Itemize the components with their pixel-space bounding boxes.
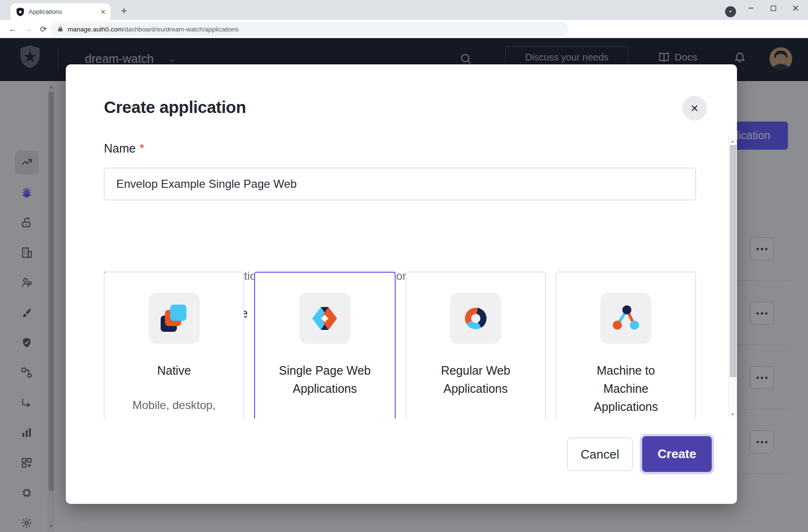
card-single-page-web[interactable]: Single Page Web Applications A JavaScrip… (254, 272, 395, 419)
scroll-up-icon[interactable]: ▲ (729, 139, 736, 143)
maximize-button[interactable] (768, 3, 778, 13)
card-description: A JavaScript (255, 414, 394, 419)
browser-window: Applications ✕ + ← → ⟳ manage.auth0.com/… (0, 0, 808, 532)
forward-button[interactable]: → (22, 23, 34, 35)
tab-search-button[interactable] (725, 6, 736, 17)
browser-toolbar: ← → ⟳ manage.auth0.com/dashboard/eu/drea… (0, 20, 808, 38)
lock-icon (57, 26, 63, 32)
card-title: Single Page Web Applications (255, 361, 394, 398)
card-regular-web[interactable]: Regular Web Applications Traditional web (406, 272, 546, 419)
card-title: Machine to Machine Applications (556, 361, 695, 416)
card-native[interactable]: Native Mobile, desktop, CLI and smart (104, 272, 244, 419)
create-button[interactable]: Create (642, 436, 712, 472)
m2m-icon (600, 293, 651, 344)
cancel-button[interactable]: Cancel (567, 438, 633, 471)
card-description: Traditional web (406, 414, 545, 419)
spa-icon (299, 293, 350, 344)
window-close-button[interactable] (790, 3, 801, 13)
url-domain: manage.auth0.com (68, 26, 123, 33)
url-bar[interactable]: manage.auth0.com/dashboard/eu/dream-watc… (51, 22, 569, 36)
application-name-input[interactable] (104, 168, 696, 200)
auth0-favicon-icon (16, 8, 24, 16)
new-tab-button[interactable]: + (117, 5, 131, 18)
minimize-button[interactable] (746, 3, 756, 13)
chevron-down-icon (728, 10, 733, 14)
name-field-label: Name* (104, 142, 144, 155)
card-machine-to-machine[interactable]: Machine to Machine Applications (556, 272, 696, 419)
modal-scrollbar[interactable]: ▲ ▼ (728, 137, 737, 419)
tab-title: Applications (29, 8, 100, 15)
tab-bar: Applications ✕ + (0, 0, 808, 20)
page-viewport: dream-watch Discuss your needs Docs (0, 38, 808, 532)
required-asterisk: * (140, 142, 144, 155)
card-title: Regular Web Applications (406, 361, 545, 398)
native-stack-icon (149, 293, 200, 344)
application-type-cards: Native Mobile, desktop, CLI and smart Si… (104, 272, 696, 419)
modal-scroll-area: Name* You can change the application nam… (66, 64, 728, 419)
url-path: /dashboard/eu/dream-watch/applications (123, 26, 239, 33)
card-title: Native (104, 361, 244, 379)
back-button[interactable]: ← (7, 23, 19, 35)
regular-web-icon (450, 293, 501, 344)
scroll-down-icon[interactable]: ▼ (729, 412, 736, 417)
reload-button[interactable]: ⟳ (37, 23, 50, 35)
scrollbar-thumb[interactable] (730, 145, 736, 377)
browser-tab[interactable]: Applications ✕ (10, 3, 111, 20)
card-description: Mobile, desktop, CLI and smart (104, 396, 244, 419)
create-application-modal: Create application Name* You can change … (66, 64, 737, 504)
tab-close-icon[interactable]: ✕ (100, 8, 106, 16)
